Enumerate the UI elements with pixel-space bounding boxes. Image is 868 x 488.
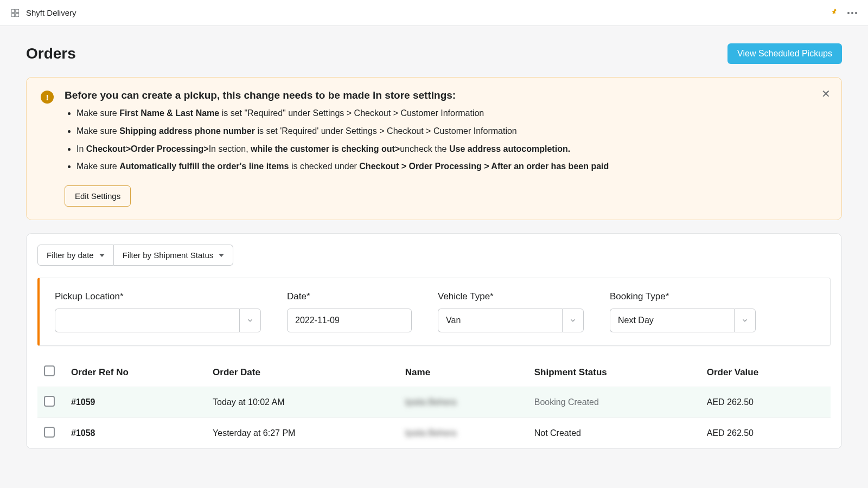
pin-icon[interactable] [830, 8, 839, 18]
chevron-down-icon [219, 254, 224, 257]
order-ref: #1058 [65, 418, 206, 449]
orders-table: Order Ref No Order Date Name Shipment St… [37, 358, 831, 448]
col-status: Shipment Status [528, 358, 700, 387]
edit-settings-button[interactable]: Edit Settings [65, 185, 131, 207]
order-name: Ipsita Behera [399, 418, 528, 449]
chevron-down-icon[interactable] [239, 309, 261, 332]
row-checkbox[interactable] [44, 427, 55, 438]
filter-by-status-button[interactable]: Filter by Shipment Status [114, 245, 234, 266]
chevron-down-icon[interactable] [562, 309, 584, 332]
view-scheduled-pickups-button[interactable]: View Scheduled Pickups [727, 43, 842, 64]
col-value: Order Value [700, 358, 831, 387]
order-date: Today at 10:02 AM [206, 387, 399, 418]
banner-item: Make sure Automatically fulfill the orde… [76, 160, 827, 174]
banner-list: Make sure First Name & Last Name is set … [65, 107, 827, 174]
pickup-location-select[interactable] [55, 309, 239, 332]
close-icon[interactable]: ✕ [821, 87, 831, 100]
col-date: Order Date [206, 358, 399, 387]
row-checkbox[interactable] [44, 396, 55, 407]
order-date: Yesterday at 6:27 PM [206, 418, 399, 449]
order-value: AED 262.50 [700, 387, 831, 418]
svg-rect-3 [16, 14, 19, 17]
date-label: Date* [287, 291, 412, 302]
filter-by-date-button[interactable]: Filter by date [37, 245, 114, 266]
vehicle-type-label: Vehicle Type* [438, 291, 584, 302]
chevron-down-icon[interactable] [734, 309, 756, 332]
app-grid-icon [11, 9, 20, 17]
select-all-checkbox[interactable] [44, 365, 55, 376]
banner-item: In Checkout>Order Processing>In section,… [76, 143, 827, 156]
filter-by-status-label: Filter by Shipment Status [123, 251, 214, 260]
vehicle-type-select[interactable] [438, 309, 562, 332]
order-ref: #1059 [65, 387, 206, 418]
warning-icon: ! [41, 91, 54, 104]
col-name: Name [399, 358, 528, 387]
filter-by-date-label: Filter by date [47, 251, 94, 260]
table-row[interactable]: #1058 Yesterday at 6:27 PM Ipsita Behera… [37, 418, 831, 449]
booking-type-select[interactable] [610, 309, 734, 332]
banner-item: Make sure Shipping address phone number … [76, 125, 827, 138]
chevron-down-icon [99, 254, 105, 257]
banner-title: Before you can create a pickup, this cha… [65, 89, 827, 101]
svg-rect-1 [16, 9, 19, 12]
order-name: Ipsita Behera [399, 387, 528, 418]
settings-warning-banner: ✕ ! Before you can create a pickup, this… [26, 77, 842, 220]
col-ref: Order Ref No [65, 358, 206, 387]
table-row[interactable]: #1059 Today at 10:02 AM Ipsita Behera Bo… [37, 387, 831, 418]
svg-rect-0 [11, 9, 15, 12]
order-status: Not Created [528, 418, 700, 449]
banner-item: Make sure First Name & Last Name is set … [76, 107, 827, 120]
app-title: Shyft Delivery [26, 8, 76, 17]
more-menu-icon[interactable] [847, 12, 857, 14]
page-title: Orders [26, 45, 76, 62]
pickup-form-panel: Pickup Location* Date* Vehicle Type* [37, 278, 831, 346]
order-status: Booking Created [528, 387, 700, 418]
svg-rect-2 [11, 14, 15, 17]
order-value: AED 262.50 [700, 418, 831, 449]
date-input[interactable] [287, 309, 412, 332]
booking-type-label: Booking Type* [610, 291, 756, 302]
pickup-location-label: Pickup Location* [55, 291, 261, 302]
